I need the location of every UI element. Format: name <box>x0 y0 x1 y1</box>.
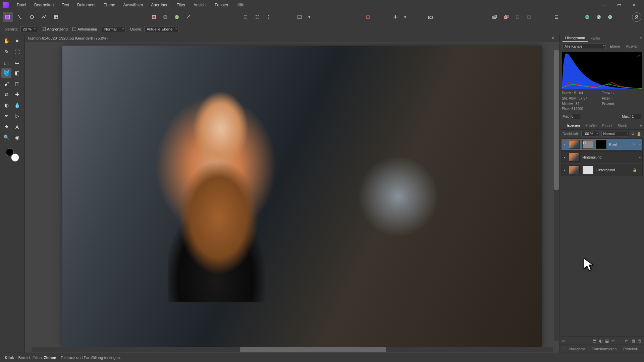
tool-move[interactable]: ➤ <box>12 36 22 46</box>
antialias-checkbox[interactable]: Antialiasing <box>72 27 97 31</box>
tool-gradient[interactable]: ◧ <box>12 68 22 78</box>
quickmask-icon[interactable] <box>294 12 305 22</box>
layer-row[interactable]: ▸ Hintergrund 🔒 ● <box>561 164 643 176</box>
tool-erase[interactable]: ◫ <box>12 79 22 88</box>
tab-ebenen[interactable]: Ebenen <box>565 122 583 129</box>
tool-smudge[interactable]: 💧 <box>12 101 22 110</box>
menu-bearbeiten[interactable]: Bearbeiten <box>30 0 58 10</box>
tool-dodge[interactable]: ◐ <box>1 101 11 110</box>
scrollbar-vertical[interactable] <box>554 50 559 341</box>
tool-marquee[interactable]: ▭ <box>12 58 22 67</box>
arrange-back-icon[interactable] <box>490 12 500 22</box>
layer-thumbnail[interactable] <box>569 153 580 162</box>
sync-3-icon[interactable] <box>605 12 615 22</box>
persona-export[interactable] <box>51 12 61 22</box>
layer-row[interactable]: ▸ Hintergrund ● <box>561 151 643 163</box>
contiguous-checkbox[interactable]: ✓Angrenzend <box>42 27 68 31</box>
tab-stock[interactable]: Stock <box>615 122 630 129</box>
menu-anordnen[interactable]: Anordnen <box>147 0 172 10</box>
persona-develop[interactable] <box>27 12 37 22</box>
window-minimize[interactable]: — <box>597 0 612 10</box>
tool-node[interactable]: ▷ <box>12 111 22 121</box>
expand-icon[interactable]: ▸ <box>561 156 568 159</box>
min-input[interactable] <box>570 114 581 119</box>
quickmask-dd[interactable]: ▾ <box>307 12 312 22</box>
layer-fx-btn[interactable]: ⬒ <box>593 339 596 343</box>
color-swatch[interactable] <box>6 148 19 162</box>
arrange-3-icon[interactable] <box>513 12 523 22</box>
menu-filter[interactable]: Filter <box>172 0 190 10</box>
tool-selection-brush[interactable]: ⬚ <box>1 58 11 67</box>
opacity-value[interactable]: 100 % <box>581 131 599 136</box>
layer-mask-thumbnail[interactable] <box>596 140 606 149</box>
window-close[interactable]: ✕ <box>627 0 641 10</box>
tool-clone[interactable]: ⧉ <box>1 90 11 99</box>
selection-wand-icon[interactable] <box>183 12 193 22</box>
arrange-front-icon[interactable] <box>501 12 511 22</box>
tab-protokoll[interactable]: Protokoll <box>620 346 641 352</box>
tab-histogramm[interactable]: Histogramm <box>562 35 588 42</box>
layer-visibility-toggle[interactable]: ● <box>638 156 642 159</box>
tool-text[interactable]: A <box>12 122 22 131</box>
panel-menu-icon[interactable]: ≡ <box>639 36 642 41</box>
layer-blendmode-select[interactable]: Normal <box>601 131 629 136</box>
menu-text[interactable]: Text <box>58 0 73 10</box>
menu-hilfe[interactable]: Hilfe <box>232 0 249 10</box>
account-icon[interactable] <box>632 12 641 22</box>
persona-liquify[interactable] <box>15 12 25 22</box>
align-center-icon[interactable] <box>252 12 262 22</box>
persona-photo[interactable] <box>3 12 13 22</box>
layer-name[interactable]: Pixel <box>608 142 632 146</box>
layer-adjustment-thumbnail[interactable]: ◐ <box>582 140 593 149</box>
panel-menu-icon[interactable]: ≡ <box>639 123 642 128</box>
tolerance-value[interactable]: 20 % <box>20 26 37 32</box>
tool-inpaint[interactable]: ✚ <box>12 90 22 99</box>
menu-fenster[interactable]: Fenster <box>211 0 232 10</box>
distribute-icon[interactable] <box>551 12 561 22</box>
max-input[interactable] <box>631 114 641 119</box>
tool-shape[interactable]: ★ <box>1 122 11 131</box>
layer-add-btn[interactable]: ▦ <box>632 339 635 343</box>
layer-name[interactable]: Hintergrund <box>594 168 632 172</box>
histogram-channel-select[interactable]: Alle Kanäle <box>562 44 606 49</box>
selection-color-icon[interactable] <box>172 12 182 22</box>
camera-icon[interactable] <box>425 12 435 22</box>
tool-brush[interactable]: 🖌 <box>1 79 11 88</box>
layer-mask-thumbnail[interactable] <box>582 166 593 174</box>
persona-tone[interactable] <box>39 12 49 22</box>
layer-lock-icon[interactable]: 🔒 <box>637 132 641 136</box>
window-maximize[interactable]: ▭ <box>612 0 627 10</box>
tool-colorpicker[interactable]: ✎ <box>1 47 11 56</box>
layer-crop-btn[interactable]: ✂ <box>611 339 615 343</box>
align-left-icon[interactable] <box>241 12 251 22</box>
menu-datei[interactable]: Datei <box>13 0 30 10</box>
selection-circle-icon[interactable] <box>160 12 170 22</box>
expand-icon[interactable]: ▸ <box>561 168 568 172</box>
expand-icon[interactable]: ▸ <box>561 143 568 146</box>
layer-visibility-toggle[interactable]: ● <box>638 169 642 172</box>
layer-visibility-toggle[interactable]: ● <box>638 143 642 146</box>
snap-icon[interactable] <box>363 12 373 22</box>
layer-edit-icon[interactable]: ✎ <box>632 142 638 147</box>
layer-settings-icon[interactable]: ⚙ <box>631 132 635 136</box>
tab-navigator[interactable]: Navigator <box>566 346 588 352</box>
tool-view[interactable]: ◉ <box>12 133 22 142</box>
layer-thumbnail[interactable] <box>569 140 580 149</box>
document-tab[interactable]: fashion-6146328_1920.jpg [Geändert] (75.… <box>28 36 549 40</box>
sync-1-icon[interactable] <box>582 12 592 22</box>
selection-square-icon[interactable] <box>149 12 159 22</box>
layer-mask-btn[interactable]: ▭ <box>562 339 566 343</box>
menu-ebene[interactable]: Ebene <box>100 0 119 10</box>
tool-flood-fill[interactable]: 🪣 <box>1 68 11 78</box>
layer-name[interactable]: Hintergrund <box>581 155 638 159</box>
source-select[interactable]: Aktuelle Ebene <box>144 26 178 32</box>
layer-group-btn[interactable]: 🗀 <box>625 339 629 343</box>
sync-2-icon[interactable] <box>594 12 604 22</box>
align-right-icon[interactable] <box>264 12 274 22</box>
tab-transformieren[interactable]: Transformieren <box>588 346 620 352</box>
layer-live-btn[interactable]: ⬓ <box>605 339 609 343</box>
tool-hand[interactable]: ✋ <box>1 36 11 46</box>
tool-pen[interactable]: ✒ <box>1 111 11 121</box>
layer-thumbnail[interactable] <box>569 166 580 174</box>
histogram-scope-ebene[interactable]: Ebene <box>608 44 622 49</box>
